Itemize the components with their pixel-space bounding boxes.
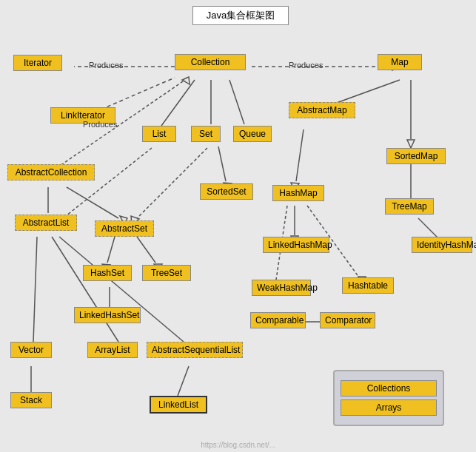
title-text: Java集合框架图 xyxy=(207,10,275,21)
hash-map-box: HashMap xyxy=(272,185,324,201)
svg-line-30 xyxy=(33,237,37,342)
queue-box: Queue xyxy=(233,126,272,142)
svg-line-10 xyxy=(229,80,244,124)
map-box: Map xyxy=(378,54,422,70)
svg-line-18 xyxy=(63,148,152,218)
svg-line-20 xyxy=(137,148,207,218)
diagram-container: Java集合框架图 Iterator Collection Map Produc… xyxy=(0,0,476,452)
linked-hash-map-box: LinkedHashMap xyxy=(263,237,329,253)
abstract-map-box: AbstractMap xyxy=(289,102,355,118)
iterator-box: Iterator xyxy=(13,55,62,71)
title-box: Java集合框架图 xyxy=(192,6,289,25)
linked-hash-set-box: LinkedHashSet xyxy=(74,307,141,323)
sorted-set-box: SortedSet xyxy=(200,183,253,200)
collection-box: Collection xyxy=(175,54,246,70)
identity-hash-map-box: IdentityHashMap xyxy=(412,237,472,253)
svg-marker-13 xyxy=(182,77,190,84)
svg-line-32 xyxy=(52,237,118,342)
stack-box: Stack xyxy=(10,392,52,408)
abstract-sequential-list-box: AbstractSequentialList xyxy=(147,342,243,358)
svg-line-34 xyxy=(59,237,184,342)
tree-map-box: TreeMap xyxy=(385,198,434,215)
svg-line-6 xyxy=(161,80,195,126)
array-list-box: ArrayList xyxy=(87,342,138,358)
svg-line-22 xyxy=(218,146,226,181)
legend-box: Collections Arrays xyxy=(333,370,444,426)
sorted-map-box: SortedMap xyxy=(386,148,446,164)
produces-label-3: Produces xyxy=(83,120,117,129)
watermark: https://blog.csdn.net/... xyxy=(201,441,275,449)
abstract-set-box: AbstractSet xyxy=(95,220,154,237)
arrays-legend: Arrays xyxy=(341,399,437,416)
svg-line-44 xyxy=(296,129,304,181)
hash-set-box: HashSet xyxy=(83,265,132,281)
produces-label-1: Produces xyxy=(89,61,123,70)
weak-hash-map-box: WeakHashMap xyxy=(252,280,311,296)
produces-label-2: Produces xyxy=(289,61,323,70)
comparator-box: Comparator xyxy=(320,312,375,328)
svg-line-16 xyxy=(67,187,118,218)
abstract-collection-box: AbstractCollection xyxy=(7,164,95,181)
comparable-box: Comparable xyxy=(250,312,306,328)
abstract-list-box: AbstractList xyxy=(15,215,77,231)
svg-line-26 xyxy=(137,237,155,263)
svg-line-24 xyxy=(107,237,115,263)
hashtable-box: Hashtable xyxy=(342,277,394,294)
set-box: Set xyxy=(191,126,221,142)
collections-legend: Collections xyxy=(341,380,437,397)
linked-list-box: LinkedList xyxy=(150,396,207,414)
svg-line-36 xyxy=(178,366,189,396)
vector-box: Vector xyxy=(10,342,52,358)
tree-set-box: TreeSet xyxy=(142,265,191,281)
svg-marker-43 xyxy=(407,140,415,148)
list-box: List xyxy=(142,126,176,142)
